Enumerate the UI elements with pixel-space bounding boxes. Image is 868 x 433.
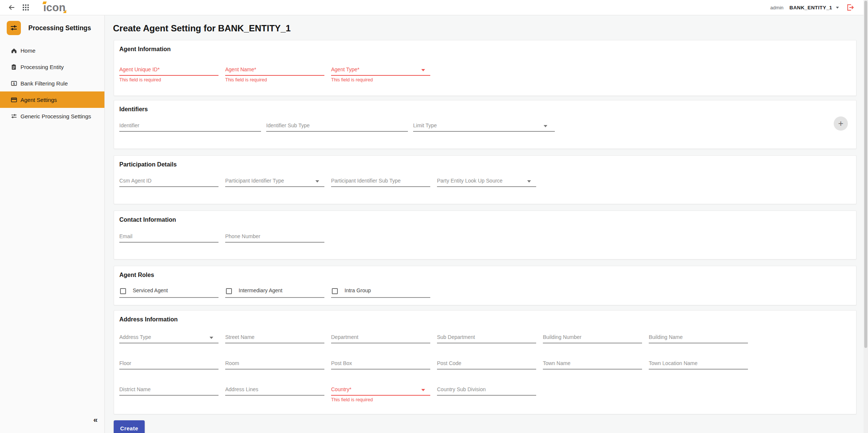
- field-error: This field is required: [119, 77, 161, 82]
- sidebar-item-label: Agent Settings: [21, 97, 57, 103]
- section-title: Agent Information: [119, 46, 171, 53]
- field-label: Building Number: [543, 334, 582, 340]
- sidebar-item-label: Processing Entity: [21, 64, 64, 70]
- app-logo: icon: [43, 1, 66, 14]
- dropdown-caret-icon: [210, 337, 213, 339]
- field-label: Party Entity Look Up Source: [437, 178, 503, 184]
- dropdown-caret-icon: [421, 69, 425, 71]
- field-label: Address Type: [119, 334, 151, 340]
- field-label: Limit Type: [413, 122, 437, 128]
- serviced-agent-checkbox[interactable]: [120, 288, 126, 294]
- department-field[interactable]: Department: [331, 325, 430, 343]
- participant-identifier-sub-type-field[interactable]: Participant Identifier Sub Type: [331, 169, 430, 187]
- dropdown-caret-icon: [315, 180, 319, 183]
- agent-name-field[interactable]: Agent Name* This field is required: [225, 58, 324, 76]
- field-label: Country*: [331, 386, 351, 392]
- street-name-field[interactable]: Street Name: [225, 325, 324, 343]
- field-label: Agent Name*: [225, 66, 256, 72]
- address-lines-field[interactable]: Address Lines: [225, 378, 324, 396]
- limit-type-select[interactable]: Limit Type: [413, 114, 555, 132]
- agent-type-select[interactable]: Agent Type* This field is required: [331, 58, 430, 76]
- scrollbar-thumb[interactable]: [864, 1, 867, 348]
- field-error: This field is required: [225, 77, 267, 82]
- sidebar-collapse-button[interactable]: «: [93, 415, 98, 424]
- field-label: Phone Number: [225, 233, 260, 239]
- intermediary-agent-checkbox-field: Intermediary Agent: [225, 280, 324, 298]
- section-agent-roles: Agent Roles Serviced Agent Intermediary …: [114, 266, 856, 305]
- tune-icon: [10, 112, 18, 120]
- identifier-field[interactable]: Identifier: [119, 114, 261, 132]
- district-name-field[interactable]: District Name: [119, 378, 218, 396]
- sidebar-item-label: Generic Processing Settings: [21, 113, 91, 119]
- address-type-select[interactable]: Address Type: [119, 325, 218, 343]
- checkbox-label: Serviced Agent: [133, 287, 168, 293]
- party-entity-look-up-source-select[interactable]: Party Entity Look Up Source: [437, 169, 536, 187]
- chevron-down-icon: [836, 7, 839, 9]
- intermediary-agent-checkbox[interactable]: [226, 288, 232, 294]
- processing-settings-icon: [7, 21, 21, 35]
- field-label: Sub Department: [437, 334, 475, 340]
- dollar-rule-icon: $: [10, 80, 18, 87]
- country-sub-division-field[interactable]: Country Sub Division: [437, 378, 536, 396]
- sidebar-item-agent-settings[interactable]: Agent Settings: [0, 91, 104, 108]
- card-icon: [10, 96, 18, 103]
- sidebar-item-generic-processing-settings[interactable]: Generic Processing Settings: [0, 108, 104, 124]
- sidebar-item-processing-entity[interactable]: Processing Entity: [0, 59, 104, 75]
- logout-icon: [846, 3, 855, 12]
- floor-field[interactable]: Floor: [119, 352, 218, 370]
- field-label: Email: [119, 233, 132, 239]
- field-label: Participant Identifier Type: [225, 178, 284, 184]
- field-error: This field is required: [331, 397, 373, 402]
- field-label: Department: [331, 334, 358, 340]
- field-label: Street Name: [225, 334, 255, 340]
- add-identifier-button[interactable]: +: [834, 116, 848, 131]
- username-label: admin: [770, 5, 783, 10]
- intra-group-checkbox[interactable]: [332, 288, 338, 294]
- email-field[interactable]: Email: [119, 225, 218, 243]
- field-label: Town Name: [543, 360, 570, 366]
- entity-label: BANK_ENTITY_1: [789, 5, 832, 10]
- sub-department-field[interactable]: Sub Department: [437, 325, 536, 343]
- sidebar-item-label: Home: [21, 47, 35, 54]
- field-error: This field is required: [331, 77, 373, 82]
- building-name-field[interactable]: Building Name: [649, 325, 748, 343]
- section-participation-details: Participation Details Csm Agent ID Parti…: [114, 155, 856, 204]
- town-location-name-field[interactable]: Town Location Name: [649, 352, 748, 370]
- field-label: Country Sub Division: [437, 386, 486, 392]
- page-title: Create Agent Setting for BANK_ENTITY_1: [113, 23, 291, 34]
- post-box-field[interactable]: Post Box: [331, 352, 430, 370]
- logout-button[interactable]: [845, 2, 855, 13]
- participant-identifier-type-select[interactable]: Participant Identifier Type: [225, 169, 324, 187]
- section-title: Address Information: [119, 316, 177, 323]
- room-field[interactable]: Room: [225, 352, 324, 370]
- section-identifiers: Identifiers Identifier Identifier Sub Ty…: [114, 100, 856, 149]
- csm-agent-id-field[interactable]: Csm Agent ID: [119, 169, 218, 187]
- apps-grid-button[interactable]: [22, 3, 30, 12]
- serviced-agent-checkbox-field: Serviced Agent: [119, 280, 218, 298]
- field-label: Agent Unique ID*: [119, 66, 160, 72]
- back-button[interactable]: [7, 3, 16, 12]
- sidebar-item-label: Bank Filtering Rule: [21, 80, 68, 87]
- sidebar-item-home[interactable]: Home: [0, 42, 104, 59]
- town-name-field[interactable]: Town Name: [543, 352, 642, 370]
- section-address-information: Address Information Address Type Street …: [114, 310, 856, 414]
- post-code-field[interactable]: Post Code: [437, 352, 536, 370]
- building-number-field[interactable]: Building Number: [543, 325, 642, 343]
- scrollbar: [864, 0, 868, 433]
- create-button[interactable]: Create: [114, 420, 145, 433]
- sidebar-item-bank-filtering-rule[interactable]: $ Bank Filtering Rule: [0, 75, 104, 91]
- country-select[interactable]: Country* This field is required: [331, 378, 430, 396]
- main-content: Create Agent Setting for BANK_ENTITY_1 A…: [105, 15, 868, 433]
- back-arrow-icon: [7, 3, 16, 12]
- checkbox-label: Intermediary Agent: [239, 287, 283, 293]
- sidebar: Processing Settings Home Processing Enti…: [0, 15, 105, 433]
- field-label: Post Code: [437, 360, 461, 366]
- section-title: Agent Roles: [119, 272, 154, 278]
- identifier-sub-type-field[interactable]: Identifier Sub Type: [266, 114, 408, 132]
- phone-number-field[interactable]: Phone Number: [225, 225, 324, 243]
- section-title: Participation Details: [119, 161, 177, 168]
- entity-selector[interactable]: BANK_ENTITY_1: [789, 5, 839, 10]
- section-agent-information: Agent Information Agent Unique ID* This …: [114, 40, 856, 96]
- agent-unique-id-field[interactable]: Agent Unique ID* This field is required: [119, 58, 218, 76]
- field-label: Floor: [119, 360, 131, 366]
